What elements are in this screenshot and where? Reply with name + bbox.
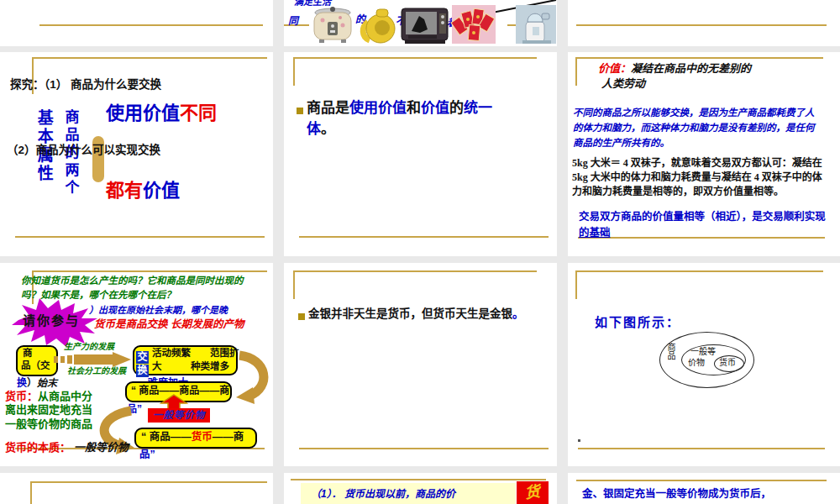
gold-line — [299, 448, 549, 449]
slide-thumb-goldsilver[interactable]: 金银并非天生是货币，但货币天生是金银。 — [284, 263, 557, 466]
gold-line — [575, 57, 577, 86]
arrow-label-bottom: 社会分工的发展 — [67, 366, 126, 376]
unity-sentence-line1: 商品是使用价值和价值的统一 — [307, 100, 492, 117]
row-gap — [0, 46, 840, 52]
venn-title: 如下图所示： — [595, 315, 680, 330]
slide-thumb-r1c2-goods-images[interactable]: 满足生活 同 的 不 着 — [284, 0, 557, 46]
chain-money-text: “ 商品——货币——商 — [141, 431, 244, 444]
venn-middle-label-line2: 价物 — [688, 358, 705, 368]
gold-line — [15, 236, 265, 238]
value-conclusion-paragraph: 交易双方商品的价值量相等（相近），是交易顺利实现的基础 — [579, 209, 831, 241]
value-black-paragraph: 5kg 大米＝ 4 双袜子，就意味着交易双方都认可：凝结在 5kg 大米中的体力… — [572, 156, 831, 199]
commodity-box-overflow: 换）始末 — [17, 377, 57, 389]
gold-line — [30, 481, 32, 504]
bullet-square — [297, 108, 303, 114]
tv-image — [402, 7, 449, 44]
r4c3-text: 金、银固定充当一般等价物成为货币后， — [582, 488, 771, 501]
gold-line — [293, 270, 537, 272]
exchange-box-line1: 活动频繁 范围扩 — [152, 348, 239, 360]
gold-line — [30, 481, 267, 483]
origin-overlapped-text: ）出现在原始社会末期，哪个是晚 — [89, 305, 228, 316]
slide-thumb-r4c2[interactable]: （1）． 货币出现以前，商品的价 货 — [284, 473, 557, 504]
row-gap — [0, 256, 840, 263]
starburst-label: 请你参与 — [23, 313, 80, 328]
origin-red-slogan: 货币是商品交换 长期发展的产物 — [94, 318, 244, 331]
curved-arrow-right — [236, 349, 273, 404]
gold-line — [32, 270, 267, 272]
exchange-chip-2: 换 — [136, 361, 149, 377]
slide-thumb-r1c3[interactable] — [568, 0, 840, 46]
explore-mid-line: （2）商品为什么可以实现交换 — [7, 144, 160, 157]
slide-thumb-unity[interactable]: 商品是使用价值和价值的统一 体。 — [284, 52, 557, 256]
slide-thumb-value[interactable]: 价值：凝结在商品中的无差别的 人类劳动 不同的商品之所以能够交换，是因为生产商品… — [568, 52, 840, 256]
arrow-label-top: 生产力的发展 — [64, 342, 114, 352]
gold-line — [575, 270, 577, 299]
row-gap — [0, 466, 840, 473]
red-envelopes-image — [452, 5, 496, 44]
unity-sentence-line2: 体。 — [307, 121, 335, 138]
gold-line — [293, 270, 295, 299]
juicer-image — [516, 5, 556, 44]
slide-thumb-r1c1[interactable] — [0, 0, 273, 46]
value-blue-paragraph: 不同的商品之所以能够交换，是因为生产商品都耗费了人的体力和脑力，而这种体力和脑力… — [573, 106, 820, 150]
commodity-box-line1: 商 — [23, 348, 33, 360]
slide-thumb-venn[interactable]: 如下图所示： 商品 一般等 价物 货币 — [568, 263, 840, 466]
gold-line — [576, 24, 827, 26]
explore-use-value-line: 使用价值不同 — [106, 102, 217, 124]
cutoff-text-fragment: 同 — [288, 15, 298, 27]
slide-thumb-r4c3[interactable]: 金、银固定充当一般等价物成为货币后， — [568, 473, 840, 504]
value-title-line1: 价值：凝结在商品中的无差别的 — [598, 62, 751, 76]
column-gap — [273, 0, 284, 504]
venn-inner-label: 货币 — [719, 358, 736, 368]
explore-have-value-line: 都有价值 — [106, 180, 180, 202]
explore-title: 探究：（1） 商品为什么要交换 — [10, 78, 161, 92]
gold-line — [291, 479, 546, 480]
venn-middle-label-line1: 一般等 — [690, 347, 716, 357]
gold-arrow-right — [54, 352, 131, 367]
slide-thumb-explore[interactable]: 探究：（1） 商品为什么要交换 基本属性 商品的两个 使用价值不同 （2）商品为… — [0, 52, 273, 256]
red-badge-glyph: 货 — [524, 483, 542, 503]
gold-line — [293, 57, 537, 59]
gold-line — [32, 57, 267, 59]
slide-sorter-grid: 满足生活 同 的 不 着 — [0, 0, 840, 504]
banner-text: （1）． 货币出现以前，商品的价 — [311, 488, 455, 500]
commodity-box-line2: 品（交 — [21, 360, 50, 372]
gold-line — [575, 57, 823, 59]
bullet-square — [298, 313, 305, 320]
goldsilver-sentence: 金银并非天生是货币，但货币天生是金银。 — [308, 307, 524, 321]
rice-cooker-image — [309, 5, 356, 44]
gold-line — [299, 236, 549, 238]
slide-thumb-money-origin[interactable]: 你知道货币是怎么产生的吗？它和商品是同时出现的吗？如果不是，哪个在先哪个在后？ … — [0, 263, 273, 466]
explore-vertical-label-right: 商品的两个 — [61, 109, 78, 210]
value-title-line2: 人类劳动 — [601, 77, 645, 91]
gold-line — [576, 480, 827, 481]
gold-line — [293, 57, 295, 86]
stray-dot — [578, 439, 580, 442]
money-definition: 货币：从商品中分离出来固定地充当一般等价物的商品 — [5, 390, 99, 431]
gold-line — [39, 24, 263, 26]
chain-money-wrap: 品” — [139, 449, 155, 461]
exchange-box-line2: 大 种类增多 — [152, 361, 229, 373]
column-gap — [557, 0, 568, 504]
money-essence: 货币的本质：一般等价物 — [5, 441, 129, 454]
general-equivalent-label: 一般等价物 — [153, 410, 206, 422]
gold-line — [575, 270, 823, 272]
venn-outer-label: 商品 — [665, 343, 675, 365]
gold-line — [578, 448, 825, 449]
slide-thumb-r4c1[interactable] — [0, 473, 273, 504]
kettle-image — [360, 8, 396, 44]
